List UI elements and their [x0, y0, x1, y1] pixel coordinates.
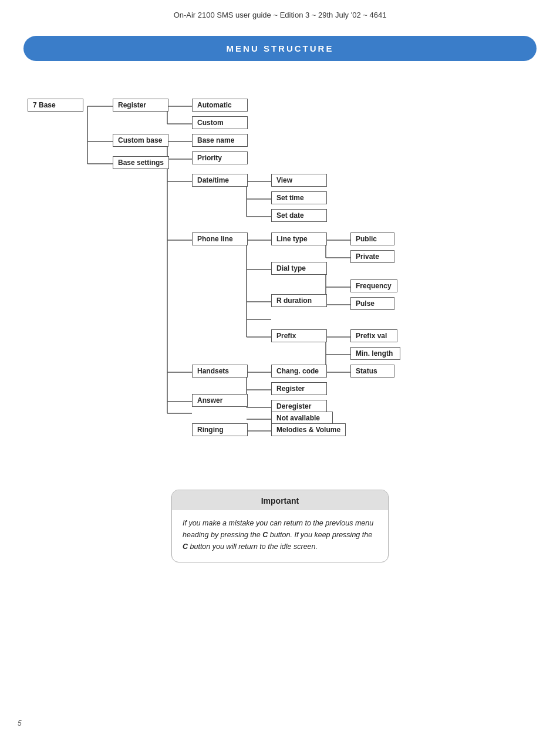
important-header: Important: [172, 490, 388, 510]
node-7base: 7 Base: [28, 99, 83, 112]
banner-title: MENU STRUCTURE: [227, 43, 334, 53]
node-min-length: Min. length: [350, 347, 400, 360]
node-deregister: Deregister: [271, 400, 327, 413]
svg-line-10: [167, 164, 192, 181]
node-custom: Custom: [192, 116, 248, 129]
node-view: View: [271, 174, 327, 187]
node-answer: Answer: [192, 394, 248, 407]
node-date-time: Date/time: [192, 174, 248, 187]
node-set-date: Set date: [271, 209, 327, 222]
node-dial-type: Dial type: [271, 262, 327, 275]
node-private: Private: [350, 250, 394, 263]
node-r-duration: R duration: [271, 294, 327, 307]
node-prefix-val: Prefix val: [350, 329, 397, 342]
node-priority: Priority: [192, 151, 248, 164]
page-number: 5: [18, 719, 22, 727]
important-text: If you make a mistake you can return to …: [183, 519, 373, 551]
node-automatic: Automatic: [192, 99, 248, 112]
node-ringing: Ringing: [192, 423, 248, 436]
node-prefix: Prefix: [271, 329, 327, 342]
important-body: If you make a mistake you can return to …: [172, 510, 388, 562]
node-phone-line: Phone line: [192, 232, 248, 245]
page-header: On-Air 2100 SMS user guide ~ Edition 3 ~…: [0, 0, 560, 25]
node-register2: Register: [271, 382, 327, 395]
important-box: Important If you make a mistake you can …: [171, 490, 389, 562]
node-not-available: Not available: [271, 412, 333, 424]
header-title: On-Air 2100 SMS user guide ~ Edition 3 ~…: [174, 11, 387, 19]
svg-line-43: [247, 402, 271, 419]
node-custom-base: Custom base: [113, 134, 168, 147]
tree-container: 7 Base Register Custom base Base setting…: [22, 85, 538, 460]
node-set-time: Set time: [271, 191, 327, 204]
node-base-name: Base name: [192, 134, 248, 147]
node-pulse: Pulse: [350, 297, 394, 310]
menu-structure-area: 7 Base Register Custom base Base setting…: [18, 85, 542, 460]
node-public: Public: [350, 232, 394, 245]
banner: MENU STRUCTURE: [23, 36, 537, 61]
node-melodies-volume: Melodies & Volume: [271, 423, 346, 436]
node-register: Register: [113, 99, 168, 112]
node-base-settings: Base settings: [113, 156, 169, 169]
node-handsets: Handsets: [192, 365, 248, 378]
node-status: Status: [350, 365, 394, 378]
node-chang-code: Chang. code: [271, 365, 327, 378]
important-title: Important: [261, 496, 299, 506]
node-frequency: Frequency: [350, 279, 397, 292]
svg-line-31: [326, 269, 350, 287]
node-line-type: Line type: [271, 232, 327, 245]
